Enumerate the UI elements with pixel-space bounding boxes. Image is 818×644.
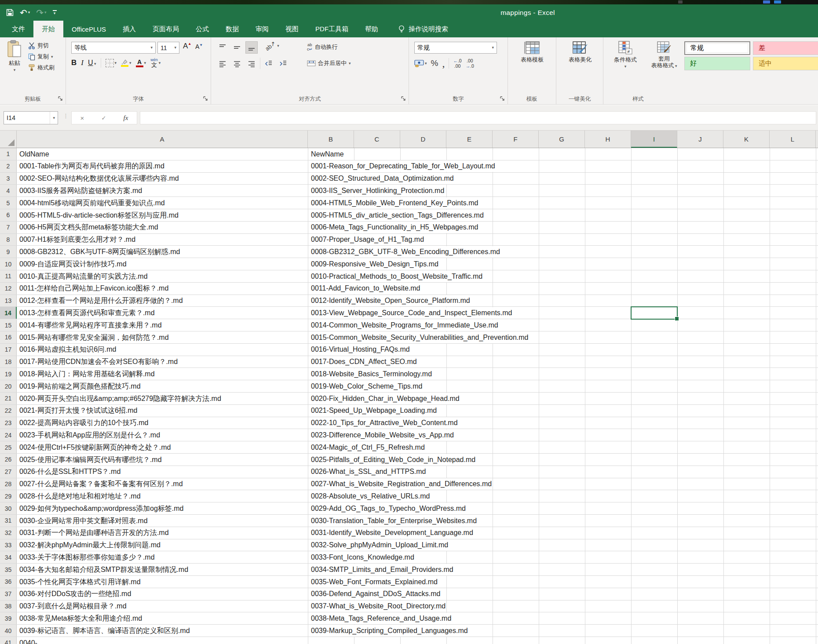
cell-A30[interactable]: 0029-如何为typecho&amp;wordpress添加og标签.md: [19, 503, 184, 514]
table-template-button[interactable]: 表格模板: [512, 41, 552, 64]
row-header-25[interactable]: 25: [0, 441, 17, 453]
row-header-7[interactable]: 7: [0, 222, 17, 233]
row-header-34[interactable]: 34: [0, 551, 17, 563]
cell-B20[interactable]: 0019-Web_Color_Scheme_Tips.md: [311, 381, 423, 392]
cell-A18[interactable]: 0017-网站使用CDN加速会不会对SEO有影响？.md: [19, 356, 179, 367]
cell-A38[interactable]: 0037-到底什么是网站根目录？.md: [19, 600, 128, 612]
cell-A11[interactable]: 0010-真正提高网站流量的可实践方法.md: [19, 271, 149, 282]
cell-B6[interactable]: 0005-HTML5_div_article_section_Tags_Diff…: [311, 210, 485, 221]
cell-A12[interactable]: 0011-怎样给自己网站加上Favicon.ico图标？.md: [19, 283, 169, 294]
grow-font-button[interactable]: A▲: [183, 42, 191, 51]
cell-B3[interactable]: 0002-SEO_Structured_Data_Optimization.md: [311, 173, 455, 184]
cell-B38[interactable]: 0037-What_is_Website_Root_Directory.md: [311, 600, 446, 612]
cell-B37[interactable]: 0036-Defend_Against_DDoS_Attacks.md: [311, 588, 441, 600]
row-header-26[interactable]: 26: [0, 454, 17, 466]
row-header-38[interactable]: 38: [0, 600, 17, 612]
tab-page-layout[interactable]: 页面布局: [144, 21, 187, 37]
row-header-18[interactable]: 18: [0, 356, 17, 368]
cell-A39[interactable]: 0038-常见Meta标签大全和用途介绍.md: [19, 613, 143, 624]
fill-handle[interactable]: [675, 317, 679, 321]
row-header-2[interactable]: 2: [0, 160, 17, 172]
increase-decimal-button[interactable]: ←.0.00: [453, 58, 461, 69]
cancel-button[interactable]: ×: [80, 114, 84, 122]
cell-A35[interactable]: 0034-各大知名邮箱介绍及SMTP群发送量限制情况.md: [19, 564, 189, 575]
cell-A34[interactable]: 0033-关于字体图标那些事你知道多少？.md: [19, 552, 156, 563]
cell-style-1[interactable]: 常规: [684, 41, 750, 55]
cell-A37[interactable]: 0036-对付DDoS攻击的一些绝招.md: [19, 588, 132, 600]
row-header-15[interactable]: 15: [0, 319, 17, 331]
tab-home[interactable]: 开始: [33, 21, 63, 37]
row-header-41[interactable]: 41: [0, 637, 17, 644]
redo-button[interactable]: ↷▾: [36, 7, 46, 18]
cell-B11[interactable]: 0010-Practical_Methods_to_Boost_Website_…: [311, 271, 483, 282]
cell-A28[interactable]: 0027-什么是网站备案？备案和不备案有何区别？.md: [19, 478, 184, 490]
percent-style-button[interactable]: %: [431, 58, 438, 68]
wrap-text-button[interactable]: abc↵ 自动换行: [307, 43, 338, 52]
font-color-button[interactable]: A ▾: [136, 59, 146, 67]
row-header-4[interactable]: 4: [0, 185, 17, 196]
cell-B24[interactable]: 0023-Difference_Mobile_Website_vs_App.md: [311, 429, 455, 441]
cell-B5[interactable]: 0004-HTML5_Mobile_Web_Frontend_Key_Point…: [311, 197, 479, 209]
col-header-E[interactable]: E: [446, 131, 493, 148]
cell-B30[interactable]: 0029-Add_OG_Tags_to_Typecho_WordPress.md: [311, 503, 467, 514]
cell-A24[interactable]: 0023-手机网站和App应用的区别是什么？.md: [19, 429, 161, 441]
cell-A7[interactable]: 0006-H5网页文档头部meta标签功能大全.md: [19, 222, 159, 233]
cell-A9[interactable]: 0008-GB2312、GBK与UTF-8网页编码区别解惑.md: [19, 246, 181, 258]
cell-B32[interactable]: 0031-Identify_Website_Development_Langua…: [311, 527, 474, 538]
align-bottom-button[interactable]: [245, 41, 258, 54]
increase-indent-button[interactable]: [277, 58, 289, 70]
cell-A21[interactable]: 0020-网页开头空白出现&amp;amp;#65279隐藏字符解决方法.md: [19, 393, 222, 404]
cell-A10[interactable]: 0009-自适应网页设计制作技巧.md: [19, 258, 128, 270]
cell-B23[interactable]: 0022-10_Tips_for_Attractive_Web_Content.…: [311, 417, 459, 429]
row-header-17[interactable]: 17: [0, 344, 17, 356]
dialog-launcher-number[interactable]: [500, 96, 505, 102]
dialog-launcher-clipboard[interactable]: [58, 96, 63, 102]
tab-file[interactable]: 文件: [4, 21, 33, 37]
cell-A17[interactable]: 0016-网站虚拟主机知识6问.md: [19, 344, 117, 355]
tab-pdf-toolbox[interactable]: PDF工具箱: [307, 21, 357, 37]
undo-button[interactable]: ↶▾: [20, 7, 30, 18]
cell-A23[interactable]: 0022-提高网站内容吸引力的10个技巧.md: [19, 417, 149, 429]
row-header-11[interactable]: 11: [0, 270, 17, 282]
cell-B16[interactable]: 0015-Common_Website_Security_Vulnerabili…: [311, 332, 530, 343]
cell-B4[interactable]: 0003-IIS_Server_Hotlinking_Protection.md: [311, 185, 445, 196]
row-header-9[interactable]: 9: [0, 246, 17, 258]
conditional-formatting-button[interactable]: ≠ 条件格式 ▾: [607, 41, 644, 69]
cell-A8[interactable]: 0007-H1标签到底要怎么用才对？.md: [19, 234, 136, 245]
row-header-21[interactable]: 21: [0, 393, 17, 404]
cell-A40[interactable]: 0039-标记语言、脚本语言、编译语言的定义和区别.md: [19, 625, 191, 637]
number-format-select[interactable]: 常规 ▾: [414, 42, 497, 54]
cell-B25[interactable]: 0024-Magic_of_Ctrl_F5_Refresh.md: [311, 442, 426, 453]
save-button[interactable]: [6, 9, 14, 16]
cell-B39[interactable]: 0038-Meta_Tags_Reference_and_Usage.md: [311, 613, 452, 624]
cell-B13[interactable]: 0012-Identify_Website_Open_Source_Platfo…: [311, 295, 471, 306]
cell-B31[interactable]: 0030-Translation_Table_for_Enterprise_We…: [311, 515, 478, 527]
col-header-J[interactable]: J: [677, 131, 723, 148]
formula-input[interactable]: [140, 111, 816, 124]
cell-B10[interactable]: 0009-Responsive_Web_Design_Tips.md: [311, 258, 439, 270]
cell-B9[interactable]: 0008-GB2312_GBK_UTF-8_Web_Encoding_Diffe…: [311, 246, 501, 258]
tab-officeplus[interactable]: OfficePLUS: [63, 21, 114, 37]
name-box[interactable]: I14 ▾: [4, 111, 58, 124]
copy-button[interactable]: 复制 ▾: [28, 53, 55, 61]
col-header-I[interactable]: I: [631, 131, 677, 148]
select-all-corner[interactable]: [0, 131, 17, 148]
cell-A22[interactable]: 0021-网页打开太慢？快试试这6招.md: [19, 405, 139, 416]
row-header-22[interactable]: 22: [0, 405, 17, 417]
row-header-35[interactable]: 35: [0, 564, 17, 575]
font-size-select[interactable]: 11 ▾: [157, 42, 179, 54]
cell-A33[interactable]: 0032-解决phpMyAdmin最大上传限制问题.md: [19, 539, 161, 551]
cell-B1[interactable]: NewName: [311, 149, 345, 160]
cell-A13[interactable]: 0012-怎样查看一个网站是用什么开源程序做的？.md: [19, 295, 184, 306]
cell-B15[interactable]: 0014-Common_Website_Programs_for_Immedia…: [311, 320, 499, 331]
col-header-K[interactable]: K: [723, 131, 770, 148]
tab-review[interactable]: 审阅: [247, 21, 277, 37]
cell-B21[interactable]: 0020-Fix_Hidden_Char_in_Webpage_Head.md: [311, 393, 460, 404]
col-header-H[interactable]: H: [585, 131, 631, 148]
format-painter-button[interactable]: 格式刷: [28, 64, 55, 72]
cell-B33[interactable]: 0032-Solve_phpMyAdmin_Upload_Limit.md: [311, 539, 449, 551]
cell-A14[interactable]: 0013-怎样查看网页源代码和审查元素？.md: [19, 307, 156, 319]
row-header-14[interactable]: 14: [0, 307, 17, 319]
cell-A26[interactable]: 0025-使用记事本编辑网页代码有哪些坑？.md: [19, 454, 163, 466]
row-header-1[interactable]: 1: [0, 148, 17, 160]
